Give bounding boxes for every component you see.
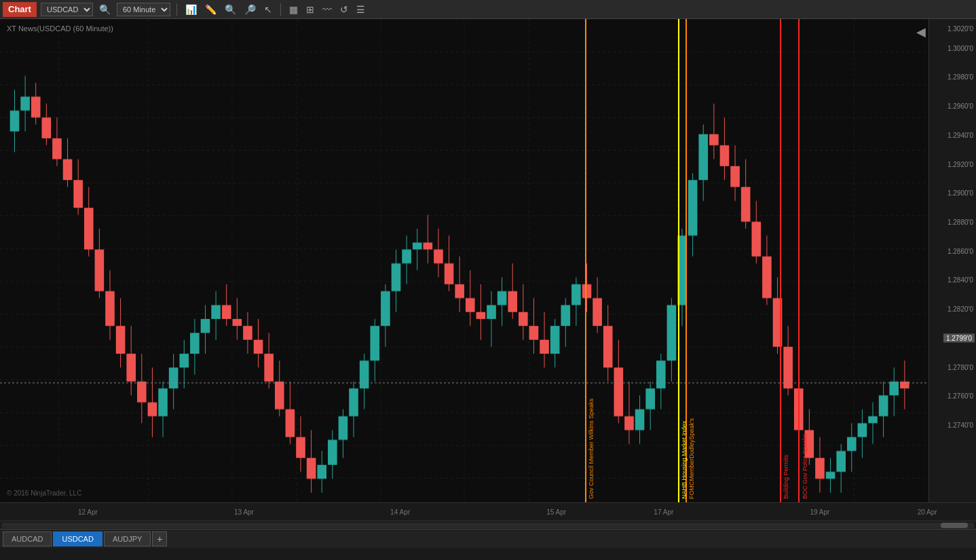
event-line-yellow — [678, 19, 679, 502]
chart-type-icon[interactable]: ▦ — [287, 4, 300, 15]
search-icon[interactable]: 🔍 — [97, 4, 113, 15]
event-line-orange-1 — [585, 19, 586, 502]
chart-title: XT News(USDCAD (60 Minute)) — [7, 24, 113, 33]
price-label-9: 1.2860'0 — [947, 247, 973, 255]
copyright: © 2016 NinjaTrader, LLC — [7, 489, 81, 497]
current-price-label: 1.2799'0 — [943, 333, 975, 342]
divider-2 — [280, 3, 281, 16]
event-line-red-2 — [798, 19, 800, 502]
tab-audjpy[interactable]: AUDJPY — [104, 531, 151, 546]
price-label-14: 1.2760'0 — [947, 392, 973, 400]
price-label-15: 1.2740'0 — [947, 422, 973, 429]
time-axis: 12 Apr 13 Apr 14 Apr 15 Apr 17 Apr 19 Ap… — [0, 502, 976, 521]
chart-tab[interactable]: Chart — [3, 2, 37, 17]
price-label-1: 1.3020'0 — [947, 25, 973, 33]
time-label-2: 13 Apr — [234, 508, 254, 516]
refresh-icon[interactable]: ↺ — [338, 4, 350, 15]
tab-add-button[interactable]: + — [152, 531, 167, 546]
bar-chart-icon[interactable]: 📊 — [183, 4, 199, 15]
price-axis: 1.3020'0 1.3000'0 1.2980'0 1.2960'0 1.29… — [928, 19, 976, 502]
time-label-4: 15 Apr — [546, 508, 566, 516]
chart-canvas[interactable] — [0, 19, 928, 502]
chart-area: XT News(USDCAD (60 Minute)) © 2016 Ninja… — [0, 19, 976, 521]
scrollbar-thumb[interactable] — [941, 523, 968, 528]
time-label-6: 19 Apr — [810, 508, 829, 516]
candle-icon[interactable]: ⊞ — [304, 4, 316, 15]
toolbar: Chart USDCAD 🔍 60 Minute 📊 ✏️ 🔍 🔎 ↖ ▦ ⊞ … — [0, 0, 976, 19]
symbol-select[interactable]: USDCAD — [41, 3, 93, 16]
collapse-button[interactable]: ◀ — [916, 24, 926, 39]
event-line-red-1 — [780, 19, 781, 502]
pencil-icon[interactable]: ✏️ — [203, 4, 219, 15]
price-label-6: 1.2920'0 — [947, 160, 973, 168]
price-label-7: 1.2900'0 — [947, 189, 973, 197]
price-label-5: 1.2940'0 — [947, 131, 973, 138]
time-label-1: 12 Apr — [78, 508, 98, 516]
chart-main[interactable]: XT News(USDCAD (60 Minute)) © 2016 Ninja… — [0, 19, 928, 502]
time-label-3: 14 Apr — [390, 508, 410, 516]
tab-audcad[interactable]: AUDCAD — [3, 531, 52, 546]
event-label-nahb: NAHB Housing Market Index — [681, 421, 688, 499]
time-label-5: 17 Apr — [654, 508, 673, 516]
time-label-7: 20 Apr — [918, 508, 937, 516]
timeframe-select[interactable]: 60 Minute — [117, 3, 170, 16]
zoom-out-icon[interactable]: 🔎 — [242, 4, 258, 15]
price-label-4: 1.2960'0 — [947, 102, 973, 110]
scrollbar-area[interactable] — [0, 521, 976, 529]
tab-bar: AUDCAD USDCAD AUDJPY + — [0, 529, 976, 548]
pointer-icon[interactable]: ↖ — [262, 4, 274, 15]
event-label-boc: BOC Gov Poloz Speaks — [802, 434, 808, 499]
price-label-13: 1.2780'0 — [947, 363, 973, 371]
price-label-11: 1.2820'0 — [947, 305, 973, 313]
line-icon[interactable]: 〰 — [320, 4, 334, 15]
tab-usdcad[interactable]: USDCAD — [53, 531, 102, 546]
price-label-10: 1.2840'0 — [947, 276, 973, 284]
price-label-2: 1.3000'0 — [947, 44, 973, 52]
scrollbar-track[interactable] — [1, 523, 975, 528]
event-label-fomc: FOMCMemberDudleySpeak's — [688, 418, 695, 499]
settings-icon[interactable]: ☰ — [354, 4, 367, 15]
price-label-3: 1.2980'0 — [947, 73, 973, 81]
price-label-8: 1.2880'0 — [947, 219, 973, 226]
event-label-1: Gov Council Member Wilkins Speaks — [588, 398, 595, 499]
chart-container: XT News(USDCAD (60 Minute)) © 2016 Ninja… — [0, 19, 976, 502]
zoom-in-icon[interactable]: 🔍 — [223, 4, 238, 15]
divider-1 — [176, 3, 177, 16]
event-label-building: Building Permits — [783, 455, 789, 499]
